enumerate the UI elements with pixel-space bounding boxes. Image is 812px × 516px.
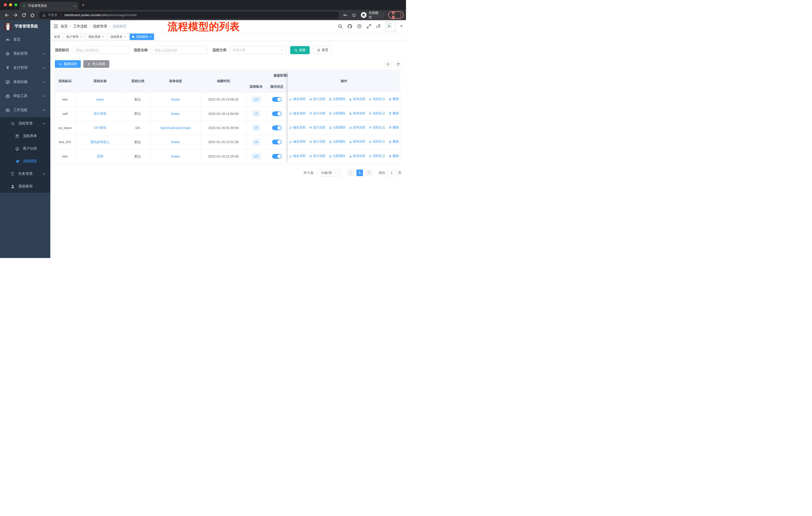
delete-link[interactable]: 删除 bbox=[388, 126, 399, 130]
publish-process-link[interactable]: 发布流程 bbox=[349, 111, 366, 116]
avatar[interactable] bbox=[385, 21, 396, 31]
sidebar-item-payment[interactable]: ¥ 支付管理 bbox=[0, 61, 50, 75]
bookmark-star-icon[interactable] bbox=[352, 13, 356, 18]
tag-home[interactable]: 首页 bbox=[52, 33, 63, 40]
model-name-link[interactable]: eeee bbox=[96, 98, 104, 101]
model-key-input[interactable] bbox=[72, 46, 128, 54]
form-info-link[interactable]: /bpm/oa/leave/create bbox=[160, 126, 191, 130]
tag-close-icon[interactable]: × bbox=[150, 35, 151, 38]
assign-rule-link[interactable]: 分配规则 bbox=[329, 140, 346, 144]
version-badge[interactable]: v21 bbox=[252, 154, 261, 160]
sidebar-collapse-icon[interactable] bbox=[53, 24, 58, 29]
process-definition-link[interactable]: 流程定义 bbox=[369, 111, 385, 116]
sidebar-item-home[interactable]: 首页 bbox=[0, 32, 50, 47]
sidebar-item-leave-query[interactable]: 请假查询 bbox=[0, 180, 50, 193]
publish-process-link[interactable]: 发布流程 bbox=[349, 126, 366, 130]
create-process-button[interactable]: 新建流程 bbox=[55, 60, 81, 68]
sidebar-item-user-group[interactable]: 用户分组 bbox=[0, 142, 50, 155]
delete-link[interactable]: 删除 bbox=[388, 154, 399, 158]
publish-process-link[interactable]: 发布流程 bbox=[349, 97, 366, 101]
caret-down-icon[interactable] bbox=[400, 25, 403, 27]
active-toggle[interactable] bbox=[272, 154, 282, 159]
github-icon[interactable] bbox=[347, 24, 352, 29]
search-icon[interactable] bbox=[338, 24, 343, 29]
publish-process-link[interactable]: 发布流程 bbox=[349, 154, 366, 158]
new-tab-button[interactable]: + bbox=[82, 2, 85, 7]
back-icon[interactable] bbox=[4, 12, 9, 18]
help-icon[interactable] bbox=[357, 24, 362, 29]
edit-process-link[interactable]: 修改流程 bbox=[289, 97, 306, 101]
prev-page-button[interactable] bbox=[347, 169, 354, 176]
form-info-link[interactable]: biubiu bbox=[171, 112, 180, 116]
show-search-toggle-button[interactable] bbox=[384, 60, 392, 67]
sidebar-item-infrastructure[interactable]: 基础设施 bbox=[0, 75, 50, 89]
browser-tab[interactable]: 芋道管理系统 × bbox=[20, 2, 79, 10]
model-name-link[interactable]: 测试多审批人 bbox=[90, 140, 110, 144]
design-process-link[interactable]: 设计流程 bbox=[309, 126, 326, 130]
design-process-link[interactable]: 设计流程 bbox=[309, 97, 326, 101]
delete-link[interactable]: 删除 bbox=[388, 97, 399, 101]
home-icon[interactable] bbox=[30, 12, 35, 18]
tag-close-icon[interactable]: × bbox=[102, 35, 104, 38]
refresh-table-button[interactable] bbox=[395, 60, 402, 67]
browser-menu-icon[interactable] bbox=[400, 13, 401, 17]
fullscreen-icon[interactable] bbox=[367, 24, 371, 29]
form-info-link[interactable]: biubiu bbox=[171, 140, 180, 144]
version-badge[interactable]: v17 bbox=[252, 97, 261, 103]
tag-close-icon[interactable]: × bbox=[124, 35, 126, 38]
reset-button[interactable]: 重置 bbox=[313, 46, 332, 54]
browser-update-button[interactable]: 更新 bbox=[388, 11, 404, 19]
goto-page-input[interactable] bbox=[387, 169, 396, 176]
tag-process-model[interactable]: 流程模型 × bbox=[129, 33, 154, 40]
tag-tenant[interactable]: 租户管理 × bbox=[64, 33, 85, 40]
sidebar-item-process-management[interactable]: 流程管理 bbox=[0, 117, 50, 130]
version-badge[interactable]: v2 bbox=[252, 111, 260, 117]
active-toggle[interactable] bbox=[272, 111, 282, 116]
sidebar-item-task-management[interactable]: 任务管理 bbox=[0, 167, 50, 180]
active-toggle[interactable] bbox=[272, 140, 282, 144]
active-toggle[interactable] bbox=[272, 97, 282, 102]
assign-rule-link[interactable]: 分配规则 bbox=[329, 111, 346, 116]
form-info-link[interactable]: biubiu bbox=[171, 98, 180, 101]
edit-process-link[interactable]: 修改流程 bbox=[289, 111, 306, 116]
minimize-window-button[interactable] bbox=[9, 3, 12, 6]
maximize-window-button[interactable] bbox=[14, 3, 18, 6]
breadcrumb-home[interactable]: 首页 bbox=[61, 24, 68, 29]
assign-rule-link[interactable]: 分配规则 bbox=[329, 126, 346, 130]
active-toggle[interactable] bbox=[272, 126, 282, 130]
model-name-link[interactable]: 滔博 bbox=[97, 154, 104, 159]
tab-close-icon[interactable]: × bbox=[74, 4, 76, 8]
sidebar-item-process-form[interactable]: 流程表单 bbox=[0, 130, 50, 142]
address-bar[interactable]: 不安全 | dashboard.yudao.iocoder.cn/bpm/man… bbox=[39, 11, 339, 19]
refresh-icon[interactable] bbox=[21, 12, 26, 18]
sidebar-item-system[interactable]: 系统管理 bbox=[0, 47, 50, 61]
edit-process-link[interactable]: 修改流程 bbox=[289, 154, 306, 158]
design-process-link[interactable]: 设计流程 bbox=[309, 111, 326, 116]
form-info-link[interactable]: biubiu bbox=[171, 155, 180, 158]
design-process-link[interactable]: 设计流程 bbox=[309, 154, 326, 158]
breadcrumb-workflow[interactable]: 工作流程 bbox=[73, 24, 87, 29]
category-select[interactable]: 流程分类 bbox=[230, 46, 286, 54]
search-button[interactable]: 搜索 bbox=[290, 46, 310, 54]
process-definition-link[interactable]: 流程定义 bbox=[369, 154, 385, 158]
process-definition-link[interactable]: 流程定义 bbox=[369, 126, 385, 130]
model-name-input[interactable] bbox=[151, 46, 207, 54]
tag-process-form[interactable]: 流程表单 × bbox=[108, 33, 128, 40]
process-definition-link[interactable]: 流程定义 bbox=[369, 140, 385, 144]
forward-icon[interactable] bbox=[13, 12, 18, 18]
window-controls[interactable] bbox=[4, 3, 18, 6]
model-name-link[interactable]: 自己审批 bbox=[94, 111, 107, 116]
version-badge[interactable]: v4 bbox=[252, 139, 260, 145]
edit-process-link[interactable]: 修改流程 bbox=[289, 126, 306, 130]
publish-process-link[interactable]: 发布流程 bbox=[349, 140, 366, 144]
process-definition-link[interactable]: 流程定义 bbox=[369, 97, 385, 101]
next-page-button[interactable] bbox=[366, 169, 372, 176]
sidebar-item-workflow[interactable]: 工作流程 bbox=[0, 103, 50, 117]
import-process-button[interactable]: 导入流程 bbox=[83, 60, 109, 68]
page-size-select[interactable]: 10条/页 bbox=[318, 169, 340, 176]
sidebar-item-devtools[interactable]: 研发工具 bbox=[0, 89, 50, 103]
breadcrumb-process-management[interactable]: 流程管理 bbox=[93, 24, 107, 29]
model-name-link[interactable]: OA 请假 bbox=[94, 126, 106, 130]
page-number-button[interactable]: 1 bbox=[356, 169, 363, 176]
sidebar-item-process-model[interactable]: 流程模型 bbox=[0, 155, 50, 167]
